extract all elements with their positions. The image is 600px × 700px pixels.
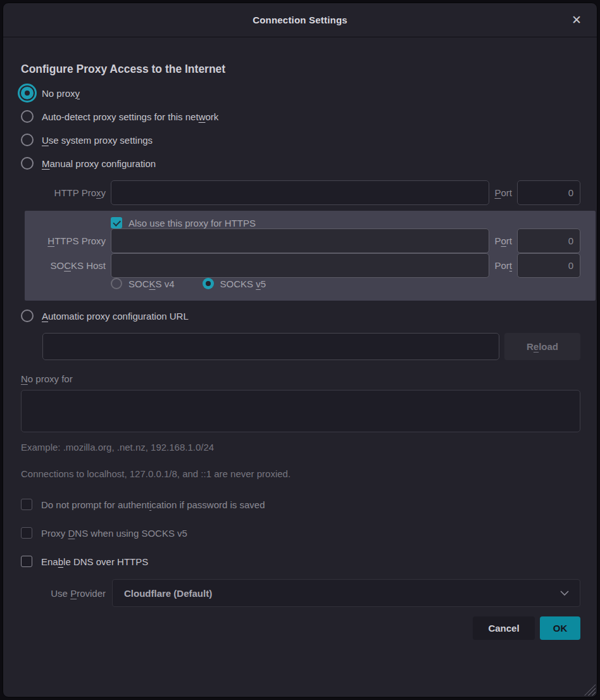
checkbox-no-prompt-auth[interactable] [21,499,32,510]
radio-auto-url[interactable] [21,309,34,322]
no-proxy-for-textarea[interactable] [21,390,580,432]
checkbox-row-proxy-dns: Proxy DNS when using SOCKS v5 [21,527,580,539]
radio-auto-detect-label: Auto-detect proxy settings for this netw… [42,111,218,122]
radio-system-proxy-label: Use system proxy settings [42,135,153,146]
manual-proxy-highlight-section: Also use this proxy for HTTPS HTTPS Prox… [25,211,596,301]
provider-row: Use Provider Cloudflare (Default) [21,579,580,607]
radio-manual-proxy-label: Manual proxy configuration [42,158,156,169]
radio-socks-v4-label: SOCKS v4 [128,278,175,289]
https-proxy-row: HTTPS Proxy Port [25,228,580,253]
use-provider-label: Use Provider [21,588,106,599]
checkbox-row-doh: Enable DNS over HTTPS [21,556,580,567]
radio-no-proxy[interactable] [21,87,34,99]
no-proxy-note-text: Connections to localhost, 127.0.0.1/8, a… [21,467,580,480]
socks-host-input[interactable] [111,253,489,278]
cancel-button[interactable]: Cancel [473,616,535,640]
radio-row-no-proxy: No proxy [21,87,580,99]
resize-grip[interactable] [584,684,596,696]
provider-select-value: Cloudflare (Default) [124,588,212,599]
checkbox-proxy-dns[interactable] [21,527,32,539]
checkbox-also-use-https[interactable] [111,217,122,228]
https-proxy-input[interactable] [111,228,489,253]
http-proxy-label: HTTP Proxy [21,187,106,198]
close-icon[interactable]: ✕ [568,11,585,29]
radio-row-auto-detect: Auto-detect proxy settings for this netw… [21,110,580,123]
radio-socks-v4[interactable] [111,278,122,289]
reload-button[interactable]: Reload [504,333,580,360]
http-proxy-row: HTTP Proxy Port [21,180,580,205]
dialog-title: Connection Settings [253,15,347,25]
http-port-label: Port [494,187,512,198]
checkbox-also-use-https-label: Also use this proxy for HTTPS [128,218,256,228]
radio-auto-detect[interactable] [21,110,34,123]
radio-system-proxy[interactable] [21,134,34,146]
https-proxy-label: HTTPS Proxy [25,235,106,246]
http-proxy-input[interactable] [111,180,489,205]
checkbox-enable-doh-label: Enable DNS over HTTPS [41,556,148,567]
radio-manual-proxy[interactable] [21,157,34,170]
radio-socks-v5[interactable] [203,278,214,289]
checkbox-enable-doh[interactable] [21,556,32,567]
socks-port-input[interactable] [517,253,580,278]
auto-url-input[interactable] [42,333,499,360]
socks-port-label: Port [494,260,512,271]
page-title: Configure Proxy Access to the Internet [21,63,580,76]
https-checkbox-row: Also use this proxy for HTTPS [25,217,580,228]
dialog-content: Configure Proxy Access to the Internet N… [3,63,597,640]
auto-url-row: Reload [42,333,580,360]
radio-row-system-proxy: Use system proxy settings [21,134,580,146]
https-port-label: Port [494,235,512,246]
chevron-down-icon [559,590,570,596]
ok-button[interactable]: OK [540,616,580,640]
socks-host-row: SOCKS Host Port [25,253,580,278]
radio-auto-url-label: Automatic proxy configuration URL [42,311,189,322]
radio-no-proxy-label: No proxy [42,88,80,99]
https-port-input[interactable] [517,228,580,253]
radio-row-manual-proxy: Manual proxy configuration [21,157,580,170]
titlebar: Connection Settings ✕ [3,3,597,37]
radio-row-auto-url: Automatic proxy configuration URL [21,309,580,322]
https-checkbox-wrap: Also use this proxy for HTTPS [111,217,580,228]
footer-buttons: Cancel OK [21,616,580,640]
checkbox-row-no-prompt: Do not prompt for authentication if pass… [21,499,580,510]
connection-settings-dialog: Connection Settings ✕ Configure Proxy Ac… [3,3,597,697]
no-proxy-example-text: Example: .mozilla.org, .net.nz, 192.168.… [21,441,580,454]
provider-select[interactable]: Cloudflare (Default) [112,579,580,607]
http-port-input[interactable] [517,180,580,205]
socks-version-row: SOCKS v4 SOCKS v5 [25,278,580,289]
socks-version-group: SOCKS v4 SOCKS v5 [111,278,580,289]
checkbox-proxy-dns-label: Proxy DNS when using SOCKS v5 [41,528,187,539]
checkbox-no-prompt-auth-label: Do not prompt for authentication if pass… [41,499,265,510]
radio-socks-v5-label: SOCKS v5 [220,278,266,289]
no-proxy-for-label: No proxy for [21,373,580,384]
socks-host-label: SOCKS Host [25,260,106,271]
